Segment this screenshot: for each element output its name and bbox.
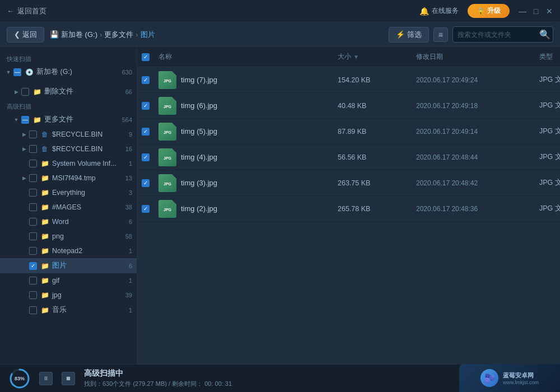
filter-button[interactable]: ⚡ 筛选	[389, 27, 429, 43]
th-check[interactable]: ✓	[142, 53, 158, 61]
count-new-volume: 630	[122, 69, 132, 76]
sidebar-item-everything[interactable]: 📁 Everything 3	[0, 185, 137, 200]
titlebar: ← 返回首页 🔔 在线服务 🔒 升级 — □ ✕	[0, 0, 560, 22]
table-header: ✓ 名称 大小 ▼ 修改日期 类型 路径	[137, 47, 560, 67]
checkbox-gif[interactable]	[29, 277, 37, 284]
table-row[interactable]: ✓ JPG timg (6).jpg 40.48 KB 2020.06.17 2…	[137, 93, 560, 119]
sidebar-item-gif[interactable]: 📁 gif 1	[0, 273, 137, 288]
back-home-label: 返回首页	[17, 6, 46, 16]
file-date: 2020.06.17 20:48:36	[416, 205, 539, 213]
stop-button[interactable]: ⏹	[62, 372, 75, 385]
checkbox-new-volume[interactable]: —	[13, 68, 21, 76]
count-msi: 13	[125, 175, 132, 181]
table-row[interactable]: ✓ JPG timg (2).jpg 265.78 KB 2020.06.17 …	[137, 196, 560, 222]
label-jpg: jpg	[52, 291, 123, 299]
sidebar-item-pictures[interactable]: ✓ 📁 图片 6	[0, 258, 137, 273]
file-checkbox-2[interactable]: ✓	[142, 128, 150, 136]
table-row[interactable]: ✓ JPG timg (3).jpg 263.75 KB 2020.06.17 …	[137, 170, 560, 196]
file-thumbnail: JPG	[158, 200, 176, 218]
breadcrumb-folder[interactable]: 更多文件	[104, 30, 133, 40]
checkbox-msi[interactable]	[29, 174, 37, 182]
header-checkbox[interactable]: ✓	[142, 53, 150, 61]
sidebar-item-deleted[interactable]: ▶ 📁 删除文件 66	[0, 84, 137, 99]
label-mages: #MAGES	[52, 203, 123, 211]
sidebar-item-png[interactable]: 📁 png 58	[0, 229, 137, 244]
label-recycle1: $RECYCLE.BIN	[52, 130, 127, 138]
sidebar-item-new-volume[interactable]: ▼ — 💿 新加卷 (G:) 630	[0, 64, 137, 80]
sidebar-item-mages[interactable]: 📁 #MAGES 38	[0, 200, 137, 214]
search-icon[interactable]: 🔍	[539, 29, 550, 40]
th-size[interactable]: 大小 ▼	[338, 52, 416, 62]
checkbox-more-files[interactable]: —	[21, 116, 29, 124]
layout-button[interactable]: ≡	[433, 27, 448, 42]
sidebar-item-notepad[interactable]: 📁 Notepad2 1	[0, 244, 137, 258]
file-name: timg (4).jpg	[181, 153, 217, 161]
count-word: 6	[129, 218, 132, 225]
minimize-button[interactable]: —	[519, 7, 526, 15]
checkbox-music[interactable]	[29, 306, 37, 314]
maximize-button[interactable]: □	[532, 7, 540, 15]
file-thumbnail: JPG	[158, 71, 176, 89]
sidebar-item-word[interactable]: 📁 Word 6	[0, 214, 137, 229]
checkbox-word[interactable]	[29, 218, 37, 226]
file-checkbox-3[interactable]: ✓	[142, 153, 150, 161]
row-checkbox[interactable]: ✓	[142, 102, 158, 110]
folder-icon: 📁	[32, 87, 41, 96]
breadcrumb-sep-2: ›	[136, 30, 138, 39]
jpg-icon: JPG	[164, 182, 171, 186]
sidebar-item-music[interactable]: 📁 音乐 1	[0, 302, 137, 318]
row-checkbox[interactable]: ✓	[142, 205, 158, 213]
checkbox-mages[interactable]	[29, 203, 37, 211]
watermark-text: 蓝莓安卓网 www.lmkjst.com	[503, 371, 539, 385]
row-checkbox[interactable]: ✓	[142, 128, 158, 136]
sidebar-item-more-files[interactable]: ▼ — 📁 更多文件 564	[0, 112, 137, 127]
checkbox-recycle1[interactable]	[29, 130, 37, 138]
file-name: timg (3).jpg	[181, 179, 217, 187]
file-checkbox-5[interactable]: ✓	[142, 205, 150, 213]
search-input[interactable]	[458, 31, 536, 39]
back-icon: ❮	[14, 30, 20, 39]
sidebar-item-recycle2[interactable]: ▶ 🗑 $RECYCLE.BIN 16	[0, 142, 137, 156]
checkbox-notepad[interactable]	[29, 247, 37, 255]
file-checkbox-1[interactable]: ✓	[142, 102, 150, 110]
folder-jpg-icon: 📁	[40, 291, 49, 300]
back-button[interactable]: ❮ 返回	[7, 27, 44, 43]
file-checkbox-0[interactable]: ✓	[142, 76, 150, 84]
sidebar-item-system-volume[interactable]: 📁 System Volume Inf... 1	[0, 156, 137, 171]
close-button[interactable]: ✕	[545, 7, 553, 15]
count-mages: 38	[125, 204, 132, 211]
row-checkbox[interactable]: ✓	[142, 76, 158, 84]
sidebar-item-msi[interactable]: ▶ 📁 MSI7f494.tmp 13	[0, 171, 137, 185]
sidebar: 快速扫描 ▼ — 💿 新加卷 (G:) 630 ▶ 📁 删除文件 66 高级扫描…	[0, 47, 137, 364]
checkbox-recycle2[interactable]	[29, 145, 37, 153]
lock-icon: 🔒	[477, 7, 485, 15]
label-png: png	[52, 232, 123, 240]
progress-circle: 83%	[9, 368, 30, 389]
table-row[interactable]: ✓ JPG timg (7).jpg 154.20 KB 2020.06.17 …	[137, 67, 560, 93]
table-row[interactable]: ✓ JPG timg (5).jpg 87.89 KB 2020.06.17 2…	[137, 119, 560, 144]
upgrade-button[interactable]: 🔒 升级	[468, 4, 510, 18]
checkbox-system-vol[interactable]	[29, 160, 37, 167]
label-deleted: 删除文件	[44, 87, 123, 96]
online-service[interactable]: 🔔 在线服务	[419, 6, 459, 16]
sidebar-item-recycle1[interactable]: ▶ 🗑 $RECYCLE.BIN 9	[0, 127, 137, 142]
pause-button[interactable]: ⏸	[39, 372, 53, 385]
row-checkbox[interactable]: ✓	[142, 179, 158, 187]
file-type: JPG 文件	[539, 152, 560, 162]
file-thumbnail: JPG	[158, 123, 176, 141]
row-checkbox[interactable]: ✓	[142, 153, 158, 161]
sidebar-item-jpg[interactable]: 📁 jpg 39	[0, 288, 137, 302]
back-to-home[interactable]: ← 返回首页	[7, 6, 46, 16]
file-checkbox-4[interactable]: ✓	[142, 179, 150, 187]
count-recycle2: 16	[125, 146, 132, 152]
checkbox-everything[interactable]	[29, 189, 37, 197]
watermark-line1: 蓝莓安卓网	[503, 371, 539, 380]
checkbox-deleted[interactable]	[21, 88, 29, 96]
titlebar-right: 🔔 在线服务 🔒 升级 — □ ✕	[419, 4, 553, 18]
sort-arrow: ▼	[353, 54, 359, 60]
checkbox-pictures[interactable]: ✓	[29, 262, 37, 270]
breadcrumb-drive[interactable]: 新加卷 (G:)	[61, 30, 97, 40]
table-row[interactable]: ✓ JPG timg (4).jpg 56.56 KB 2020.06.17 2…	[137, 144, 560, 170]
checkbox-jpg[interactable]	[29, 291, 37, 299]
checkbox-png[interactable]	[29, 232, 37, 240]
